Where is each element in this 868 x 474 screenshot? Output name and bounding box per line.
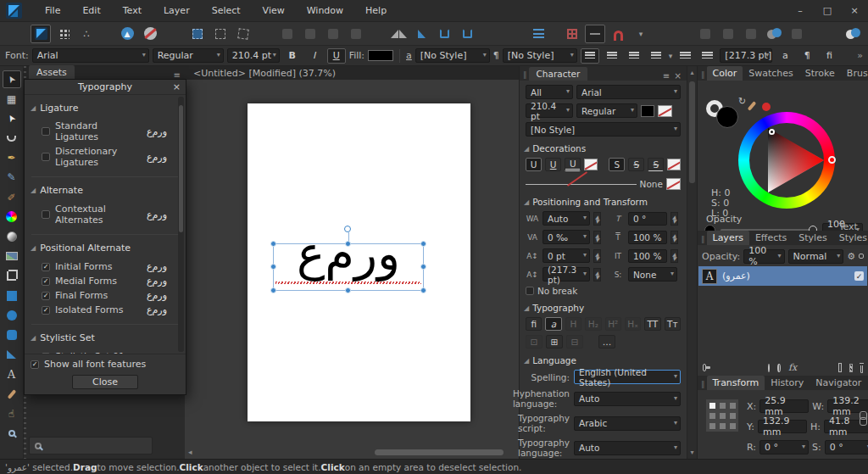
document-tab[interactable]: <Untitled> [Modified] (37.7%) (193, 68, 336, 79)
selection-box-mode-3[interactable] (233, 25, 253, 43)
typography-dialog-scrollbar[interactable] (178, 97, 184, 352)
font-family-dropdown[interactable]: Arial (32, 48, 149, 63)
tab-navigator[interactable]: Navigator (810, 376, 867, 390)
panel-grip-icon[interactable]: ‖ (523, 70, 527, 79)
fill-color-swatch-large[interactable] (716, 106, 738, 128)
selection-bounding-box[interactable] (273, 243, 424, 291)
char-size-dropdown[interactable]: 210.4 pt (526, 103, 573, 118)
rounded-rectangle-tool[interactable] (3, 326, 21, 343)
alternate-section-header[interactable]: ◢Alternate (25, 185, 186, 196)
hue-selector[interactable] (828, 156, 836, 164)
leading-stepper[interactable]: ▲▼ (593, 268, 601, 282)
script-position-dropdown[interactable]: None (628, 267, 677, 282)
checkbox-checked[interactable]: ✓ (42, 306, 50, 315)
tab-character[interactable]: Character (529, 67, 588, 81)
vector-brush-tool[interactable]: ✐ (3, 188, 21, 206)
layer-opacity-dropdown[interactable]: 100 % (743, 249, 784, 264)
flip-horizontal-button[interactable] (388, 25, 409, 43)
baseline-dropdown[interactable]: 0 pt (542, 248, 590, 263)
insert-inside-button[interactable]: ▲ (117, 25, 137, 43)
strike-none-button[interactable]: S (609, 158, 625, 171)
align-more-dropdown[interactable]: ▾ (669, 52, 673, 60)
add-layer-icon[interactable] (838, 363, 842, 372)
triangle-tool[interactable] (3, 346, 21, 364)
kerning-stepper[interactable]: ▲▼ (593, 212, 601, 226)
align-justify-button[interactable] (647, 48, 665, 64)
add-group-icon[interactable] (849, 364, 853, 372)
character-panel-toggle[interactable]: a (776, 48, 794, 64)
adjustment-layer-icon[interactable] (777, 364, 781, 372)
vector-crop-tool[interactable] (3, 267, 21, 285)
menu-select[interactable]: Select (201, 0, 252, 22)
discretionary-ligatures-item[interactable]: Discretionary Ligatures ورم‌ع (25, 144, 186, 170)
artistic-text-tool[interactable]: A (3, 365, 21, 383)
typography-script-dropdown[interactable]: Arabic (574, 416, 681, 431)
decorations-section-header[interactable]: ◢Decorations (524, 143, 681, 153)
italic-button[interactable]: I (305, 48, 324, 64)
font-size-dropdown[interactable]: 210.4 pt (227, 48, 280, 63)
align-left-button[interactable] (581, 48, 599, 64)
horizontal-scale-stepper[interactable]: ▲▼ (670, 249, 678, 263)
rotation-dropdown[interactable]: 0 ° (760, 440, 809, 454)
baseline-stepper[interactable]: ▲▼ (593, 249, 601, 263)
tab-color[interactable]: Color (707, 66, 743, 81)
panel-grip-icon[interactable]: ‖ (701, 70, 705, 79)
decoration-color-swatch[interactable] (666, 178, 681, 190)
blend-options-gear-icon[interactable]: ⚙ (847, 251, 855, 262)
stylistic-set-section-header[interactable]: ◢Stylistic Set (25, 332, 186, 343)
char-stroke-none-swatch[interactable] (658, 105, 672, 117)
snapping-options-dropdown[interactable]: ▾ (631, 25, 651, 43)
show-all-font-features-row[interactable]: ✓ Show all font features (25, 354, 186, 370)
checkbox-checked[interactable]: ✓ (42, 277, 50, 286)
handle-top-center[interactable] (345, 241, 351, 247)
tab-styles[interactable]: Styles (793, 231, 832, 245)
artboard-tool[interactable]: ▦ (3, 90, 21, 108)
tab-stroke[interactable]: Stroke (799, 66, 841, 81)
scroll-thumb[interactable] (179, 105, 183, 232)
typography-dialog-titlebar[interactable]: Typography × (25, 80, 186, 95)
tab-transform[interactable]: Transform (707, 376, 765, 390)
ligatures-button[interactable]: fi (526, 317, 542, 331)
handle-bottom-left[interactable] (270, 287, 276, 293)
uppercase-button[interactable]: TT (644, 317, 660, 331)
scroll-down-icon[interactable]: ▾ (687, 449, 697, 456)
panel-grip-icon[interactable]: ‖ (701, 235, 705, 243)
titlecase-button[interactable]: Tт (665, 317, 681, 331)
tab-assets[interactable]: Assets (29, 65, 75, 80)
link-dimensions-icon[interactable] (860, 411, 866, 425)
delete-layer-icon[interactable] (860, 365, 864, 373)
numbered-list-button[interactable] (698, 48, 716, 64)
rectangle-tool[interactable] (3, 287, 21, 304)
rotation-handle[interactable] (344, 226, 351, 232)
underline-none-button[interactable]: U (526, 158, 542, 171)
show-typography-button[interactable]: … (598, 335, 615, 349)
handle-top-left[interactable] (270, 241, 276, 247)
bullet-list-button[interactable] (676, 48, 694, 64)
color-picker-tool[interactable] (3, 385, 21, 403)
spelling-dropdown[interactable]: English (United States) (574, 370, 681, 384)
snapping-toggle-button[interactable] (585, 25, 605, 43)
font-style-dropdown[interactable]: Regular (153, 48, 224, 63)
rotate-ccw-button[interactable] (434, 25, 454, 43)
export-persona-button[interactable]: ∴ (76, 25, 97, 43)
character-style-dropdown[interactable]: [No Style] (415, 48, 490, 63)
typography-section-header[interactable]: ◢Typography (524, 303, 681, 313)
checkbox-unchecked[interactable] (42, 153, 50, 161)
toolbar-overflow-button[interactable]: » (857, 50, 863, 61)
flip-vertical-button[interactable] (411, 25, 431, 43)
kerning-dropdown[interactable]: Auto (542, 211, 590, 226)
scroll-thumb[interactable] (689, 81, 695, 183)
scroll-left-icon[interactable]: ◂ (188, 448, 192, 456)
positional-alternate-section-header[interactable]: ◢Positional Alternate (25, 243, 186, 254)
canvas-area[interactable]: <Untitled> [Modified] (37.7%) ورم‌ع ◂ (185, 66, 519, 459)
typography-panel-toggle[interactable]: fi (820, 48, 838, 64)
designer-persona-button[interactable] (31, 25, 51, 43)
saturation-lightness-triangle[interactable] (768, 128, 824, 192)
tab-layers[interactable]: Layers (707, 231, 749, 245)
alternates-button[interactable]: a (545, 317, 561, 331)
vertical-scale-input[interactable]: 100 % (628, 231, 667, 244)
anchor-point-selector[interactable] (706, 399, 738, 432)
paragraph-panel-toggle[interactable]: ¶ (798, 48, 816, 64)
zoom-tool[interactable] (3, 424, 21, 442)
geometry-add-button[interactable] (843, 25, 863, 43)
